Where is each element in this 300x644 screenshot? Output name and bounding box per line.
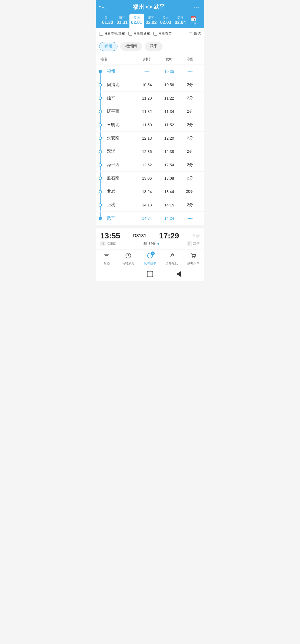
table-row: 雁石南13:0613:082分 — [96, 172, 204, 185]
price-nav-icon — [169, 253, 175, 260]
station-tab-fuzou[interactable]: 福州 — [99, 42, 118, 51]
train-to-station: 武平 — [193, 241, 200, 246]
from-badge: 过 — [100, 241, 106, 246]
filter-bar: 只看高铁/动车 只看普通车 只看有票 筛选 — [96, 28, 204, 39]
nav-shortest[interactable]: 耗时最短 — [118, 253, 139, 265]
train-card[interactable]: 13:55 D3131 17:29 售罄 过 福州南 3时34分 ▼ 终 武平 — [96, 227, 204, 250]
stop-depart: 12:38 — [158, 149, 180, 154]
stop-arrive: 13:06 — [136, 176, 158, 181]
stop-depart: 13:44 — [158, 189, 180, 194]
stop-duration: 2分 — [180, 162, 200, 167]
system-nav — [96, 267, 204, 281]
stop-name: 三明北 — [100, 122, 136, 127]
filter-putong[interactable]: 只看普通车 — [128, 31, 150, 36]
clock24-nav-icon: 24 — [147, 253, 153, 260]
nav-filter[interactable]: 筛选 — [96, 253, 118, 265]
checkbox-gaotie[interactable] — [99, 32, 103, 36]
filter-nav-icon — [104, 253, 110, 260]
train-duration: 3时34分 — [143, 241, 156, 246]
stop-duration: 2分 — [180, 136, 200, 141]
empty-dot-icon — [99, 97, 102, 100]
station-tab-wuping[interactable]: 武平 — [145, 42, 162, 51]
date-tab-1[interactable]: 周三 01.31 — [115, 14, 129, 28]
nav-waitlist[interactable]: 候补下单 — [182, 253, 204, 265]
time-nav-icon — [125, 253, 131, 260]
filter-button[interactable]: 筛选 — [189, 31, 201, 36]
stop-arrive: 11:32 — [136, 109, 158, 114]
table-row: 武平14:2414:24---- — [96, 212, 204, 225]
train-from-station: 福州南 — [106, 241, 116, 246]
train-depart-time: 13:55 — [100, 231, 120, 240]
date-tab-5[interactable]: 周日 02.04 — [173, 14, 188, 28]
checkbox-putong[interactable] — [128, 32, 132, 36]
station-tabs: 福州 福州南 武平 — [96, 39, 204, 54]
sys-back-button[interactable] — [175, 271, 182, 277]
stop-depart: 14:15 — [158, 203, 180, 207]
stop-arrive: 12:18 — [136, 136, 158, 140]
empty-dot-icon — [99, 110, 102, 113]
sys-menu-button[interactable] — [118, 271, 125, 277]
checkbox-youpiao[interactable] — [153, 32, 157, 36]
stop-duration: 2分 — [180, 82, 200, 87]
stop-duration: 2分 — [180, 149, 200, 154]
date-tab-0[interactable]: 周二 01.30 — [100, 14, 115, 28]
filter-icon — [189, 32, 192, 36]
svg-line-8 — [128, 256, 129, 256]
table-row: 延平11:2011:222分 — [96, 92, 204, 105]
hamburger-icon — [118, 272, 124, 276]
stop-arrive: 12:52 — [136, 163, 158, 167]
stop-duration: 20分 — [180, 189, 200, 194]
sys-home-button[interactable] — [147, 271, 153, 277]
stop-depart: 11:34 — [158, 109, 180, 114]
stop-name: 龙岩 — [100, 189, 136, 194]
svg-line-11 — [150, 256, 151, 256]
empty-dot-icon — [99, 123, 102, 127]
stop-depart: 11:22 — [158, 96, 180, 100]
stop-arrive: ---- — [136, 69, 158, 74]
stop-duration: 2分 — [180, 96, 200, 101]
cart-nav-icon — [190, 253, 196, 260]
stop-name: 延平西 — [100, 109, 136, 114]
stop-name: 上杭 — [100, 202, 136, 208]
station-tab-fuzounan[interactable]: 福州南 — [120, 42, 142, 51]
date-tab-2[interactable]: 周四 02.01 — [129, 14, 144, 28]
table-row: 延平西11:3211:342分 — [96, 105, 204, 118]
more-button[interactable]: ··· — [194, 4, 200, 10]
date-tab-3[interactable]: 周五 02.02 — [144, 14, 158, 28]
table-row: 上杭14:1314:152分 — [96, 198, 204, 212]
home-icon — [147, 271, 153, 277]
svg-point-14 — [194, 257, 195, 258]
stop-name: 雁石南 — [100, 176, 136, 181]
stop-depart: 14:24 — [158, 216, 180, 221]
duration-arrow-icon: ▼ — [157, 242, 160, 246]
filter-gaotie[interactable]: 只看高铁/动车 — [99, 31, 125, 36]
train-info-center: D3131 — [133, 233, 146, 238]
stop-arrive: 14:13 — [136, 203, 158, 207]
stop-duration: 2分 — [180, 122, 200, 127]
stop-arrive: 11:20 — [136, 96, 158, 100]
table-row: 漳平西12:5212:542分 — [96, 158, 204, 172]
back-button[interactable]: ╲ — [98, 4, 105, 11]
nav-earliest[interactable]: 24 发时最早 — [139, 253, 161, 265]
empty-dot-icon — [99, 203, 102, 207]
stop-depart: 10:56 — [158, 83, 180, 87]
header: ╲ 福州 <> 武平 ··· 周二 01.30 周三 01.31 周四 02.0… — [96, 0, 204, 28]
svg-point-13 — [192, 257, 193, 258]
table-row: 龙岩13:2413:4420分 — [96, 185, 204, 198]
stop-depart: 12:54 — [158, 163, 180, 167]
nav-cheapest[interactable]: 价格最低 — [161, 253, 182, 265]
table-header: 站名 到时 发时 停留 — [96, 54, 204, 65]
stop-arrive: 13:24 — [136, 189, 158, 194]
stop-duration: 2分 — [180, 203, 200, 208]
filter-youpiao[interactable]: 只看有票 — [153, 31, 172, 36]
empty-dot-icon — [99, 137, 102, 140]
stop-name: 闽清北 — [100, 82, 136, 87]
train-duration-wrap: 3时34分 ▼ — [116, 241, 187, 246]
stop-name: 武平 — [100, 216, 136, 221]
to-badge: 终 — [187, 241, 192, 246]
empty-dot-icon — [99, 177, 102, 180]
table-row: 永安南12:1812:202分 — [96, 132, 204, 145]
calendar-tab[interactable]: 📅 日历 — [188, 14, 200, 28]
stop-name: 双洋 — [100, 149, 136, 154]
date-tab-4[interactable]: 周六 02.03 — [158, 14, 173, 28]
